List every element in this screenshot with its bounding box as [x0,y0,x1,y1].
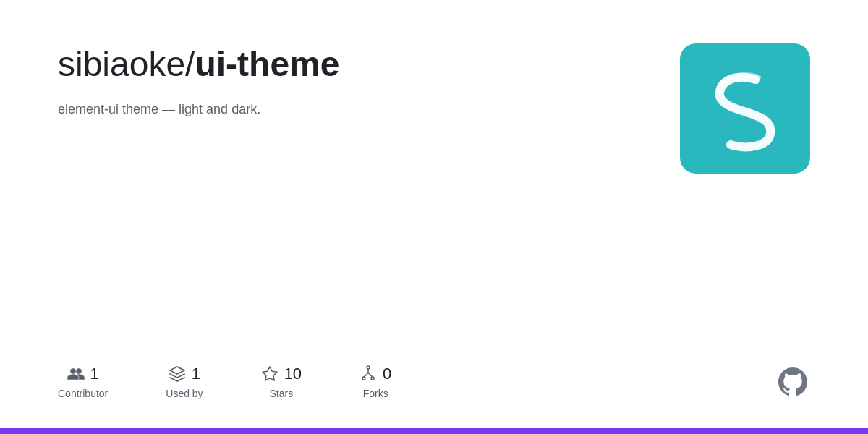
bottom-bar [0,428,868,434]
repo-title: sibiaoke/ui-theme [58,43,651,85]
header-section: sibiaoke/ui-theme element-ui theme — lig… [58,43,810,174]
stars-count: 10 [284,365,302,383]
svg-marker-0 [263,367,277,380]
stat-stars-top: 10 [261,365,302,383]
stat-forks[interactable]: 0 Forks [359,365,391,399]
stat-forks-top: 0 [359,365,391,383]
forks-count: 0 [383,365,391,383]
stat-used-by-top: 1 [169,365,200,383]
main-content: sibiaoke/ui-theme element-ui theme — lig… [0,0,868,428]
stat-used-by[interactable]: 1 Used by [166,365,203,399]
stats-section: 1 Contributor 1 Used by 10 Stars [58,350,810,399]
repo-description: element-ui theme — light and dark. [58,100,651,119]
github-icon-container[interactable] [775,365,810,399]
fork-icon [359,365,377,383]
title-area: sibiaoke/ui-theme element-ui theme — lig… [58,43,651,119]
used-by-label: Used by [166,388,203,399]
stat-stars[interactable]: 10 Stars [261,365,302,399]
used-by-icon [169,365,186,383]
star-icon [261,365,278,383]
contributor-icon [67,365,85,383]
contributor-count: 1 [90,365,99,383]
stars-label: Stars [270,388,294,399]
repo-owner: sibiaoke [58,45,185,83]
used-by-count: 1 [192,365,200,383]
repo-icon [680,43,810,174]
contributor-label: Contributor [58,388,108,399]
stat-contributor-top: 1 [67,365,99,383]
github-icon [775,365,810,399]
repo-name: ui-theme [195,45,339,83]
stat-contributor[interactable]: 1 Contributor [58,365,108,399]
forks-label: Forks [363,388,388,399]
repo-logo-svg [702,61,788,156]
repo-separator: / [185,45,195,83]
